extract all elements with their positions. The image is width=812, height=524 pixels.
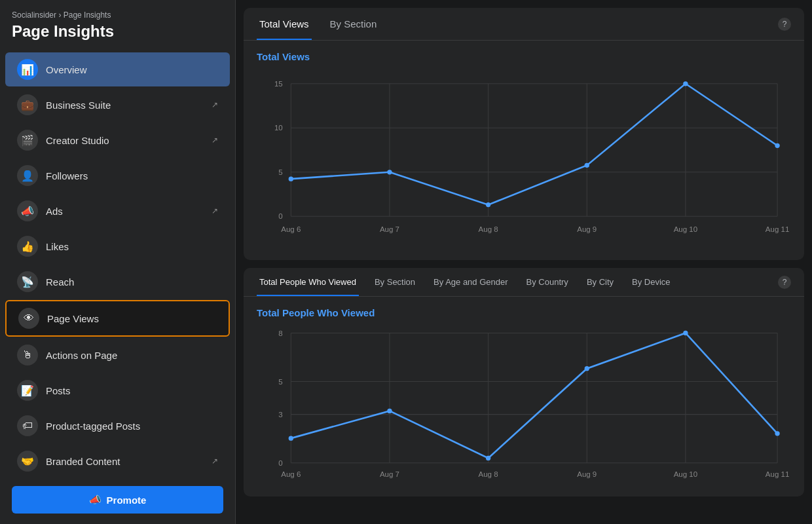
svg-text:Aug 6: Aug 6: [281, 470, 301, 478]
help-icon-bottom[interactable]: ?: [778, 276, 791, 289]
sidebar-item-label-posts: Posts: [46, 385, 71, 396]
svg-point-20: [289, 177, 293, 181]
svg-point-24: [683, 81, 688, 86]
creator-studio-icon: 🎬: [17, 130, 38, 151]
promote-icon: 📣: [89, 494, 101, 506]
svg-point-46: [289, 436, 293, 440]
svg-text:Aug 7: Aug 7: [380, 470, 399, 478]
sidebar-item-label-business-suite: Business Suite: [46, 100, 111, 111]
svg-text:Aug 7: Aug 7: [380, 225, 399, 233]
bottom-chart-container: 8 5 3 0 Aug 6 Aug 7 Aug 8 Aug 9: [257, 326, 791, 483]
sidebar-item-creator-studio[interactable]: 🎬Creator Studio↗: [5, 123, 230, 157]
sidebar-item-label-reach: Reach: [46, 276, 74, 288]
external-link-icon-branded-content: ↗: [212, 457, 218, 466]
svg-text:Aug 9: Aug 9: [577, 470, 597, 478]
svg-point-25: [775, 143, 779, 148]
svg-text:Aug 10: Aug 10: [674, 470, 697, 478]
sidebar-item-branded-content[interactable]: 🤝Branded Content↗: [5, 444, 230, 478]
sidebar-item-label-overview: Overview: [46, 64, 87, 75]
svg-text:Aug 10: Aug 10: [674, 225, 697, 233]
sidebar-item-followers[interactable]: 👤Followers: [5, 159, 230, 193]
svg-text:3: 3: [278, 411, 282, 419]
business-suite-icon: 💼: [17, 94, 38, 115]
svg-point-51: [775, 431, 779, 436]
tab-by-city[interactable]: By City: [584, 268, 616, 296]
bottom-chart-inner: Total People Who Viewed 8 5 3 0: [244, 297, 804, 496]
sidebar-item-product-tagged-posts[interactable]: 🏷Product-tagged Posts: [5, 409, 230, 443]
page-title: Page Insights: [12, 22, 223, 41]
svg-text:Aug 9: Aug 9: [577, 225, 597, 233]
followers-icon: 👤: [17, 165, 38, 186]
svg-point-48: [486, 456, 490, 460]
sidebar-item-business-suite[interactable]: 💼Business Suite↗: [5, 88, 230, 122]
external-link-icon-creator-studio: ↗: [212, 136, 218, 145]
nav-list: 📊Overview💼Business Suite↗🎬Creator Studio…: [0, 48, 235, 478]
svg-point-50: [683, 331, 688, 335]
tab-by-age-and-gender[interactable]: By Age and Gender: [431, 268, 510, 296]
overview-icon: 📊: [17, 59, 38, 80]
svg-text:10: 10: [274, 124, 283, 132]
sidebar: Socialinsider › Page Insights Page Insig…: [0, 0, 236, 524]
svg-point-23: [585, 163, 589, 168]
tab-total-people-who-viewed[interactable]: Total People Who Viewed: [257, 268, 359, 296]
breadcrumb-separator: ›: [58, 10, 61, 20]
sidebar-item-label-product-tagged-posts: Product-tagged Posts: [46, 421, 140, 432]
bottom-chart-section: Total People Who Viewed By Section By Ag…: [244, 268, 804, 496]
top-chart-title: Total Views: [257, 51, 791, 62]
svg-text:8: 8: [278, 329, 282, 337]
sidebar-item-overview[interactable]: 📊Overview: [5, 52, 230, 86]
bottom-chart-svg: 8 5 3 0 Aug 6 Aug 7 Aug 8 Aug 9: [257, 326, 791, 483]
svg-text:Aug 11: Aug 11: [766, 225, 789, 233]
svg-text:0: 0: [278, 459, 282, 467]
svg-text:Aug 11: Aug 11: [766, 470, 789, 478]
svg-point-49: [585, 366, 589, 371]
tab-by-section-bottom[interactable]: By Section: [372, 268, 418, 296]
sidebar-footer: 📣 📣 Promote Promote: [0, 478, 235, 524]
top-chart-svg: 15 10 5 0 Aug 6 Aug 7 Aug 8 Aug 9: [257, 70, 791, 247]
sidebar-item-label-page-views: Page Views: [47, 313, 99, 324]
top-tabs-bar: Total Views By Section ?: [244, 8, 804, 41]
top-chart-container: 15 10 5 0 Aug 6 Aug 7 Aug 8 Aug 9: [257, 70, 791, 247]
svg-text:5: 5: [278, 378, 282, 386]
sidebar-item-posts[interactable]: 📝Posts: [5, 373, 230, 407]
main-content: Total Views By Section ? Total Views 15 …: [236, 0, 812, 524]
product-tagged-posts-icon: 🏷: [17, 415, 38, 436]
branded-content-icon: 🤝: [17, 451, 38, 472]
sidebar-item-reach[interactable]: 📡Reach: [5, 265, 230, 299]
svg-text:Aug 6: Aug 6: [281, 225, 301, 233]
sidebar-header: Socialinsider › Page Insights Page Insig…: [0, 0, 235, 48]
top-chart-section: Total Views By Section ? Total Views 15 …: [244, 8, 804, 260]
sidebar-item-label-ads: Ads: [46, 206, 63, 217]
sidebar-item-ads[interactable]: 📣Ads↗: [5, 194, 230, 228]
sidebar-item-label-creator-studio: Creator Studio: [46, 135, 109, 146]
page-views-icon: 👁: [18, 308, 39, 329]
top-chart-inner: Total Views 15 10 5 0: [244, 41, 804, 260]
posts-icon: 📝: [17, 380, 38, 401]
sidebar-item-actions-on-page[interactable]: 🖱Actions on Page: [5, 338, 230, 372]
svg-point-21: [387, 170, 392, 174]
likes-icon: 👍: [17, 236, 38, 257]
tab-by-section-top[interactable]: By Section: [327, 8, 380, 40]
external-link-icon-ads: ↗: [212, 206, 218, 215]
ads-icon: 📣: [17, 200, 38, 221]
promote-button[interactable]: 📣 📣 Promote Promote: [12, 486, 223, 514]
tab-by-country[interactable]: By Country: [524, 268, 571, 296]
sidebar-item-page-views[interactable]: 👁Page Views: [5, 300, 230, 337]
svg-text:15: 15: [274, 80, 283, 88]
sidebar-item-label-branded-content: Branded Content: [46, 456, 120, 467]
tab-total-views[interactable]: Total Views: [257, 8, 312, 40]
help-icon-top[interactable]: ?: [778, 18, 791, 31]
tab-by-device[interactable]: By Device: [629, 268, 673, 296]
svg-text:0: 0: [278, 212, 282, 220]
sidebar-item-likes[interactable]: 👍Likes: [5, 229, 230, 263]
svg-text:Aug 8: Aug 8: [479, 225, 498, 233]
svg-point-22: [486, 202, 490, 207]
sidebar-item-label-likes: Likes: [46, 241, 69, 252]
svg-text:5: 5: [278, 168, 282, 176]
svg-text:Aug 8: Aug 8: [479, 470, 498, 478]
svg-point-47: [387, 409, 392, 413]
breadcrumb-site: Socialinsider: [12, 10, 56, 20]
breadcrumb-current: Page Insights: [64, 10, 111, 20]
external-link-icon-business-suite: ↗: [212, 100, 218, 109]
reach-icon: 📡: [17, 271, 38, 292]
